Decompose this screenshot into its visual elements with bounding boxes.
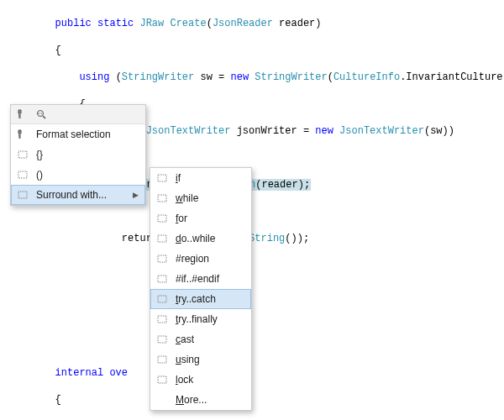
code-line: {: [7, 393, 504, 407]
code-line: {: [7, 44, 504, 57]
menu-label: for: [176, 213, 244, 224]
menu-label: lock: [176, 374, 244, 386]
svg-rect-13: [158, 316, 166, 323]
surround-icon: [16, 188, 29, 202]
menu-label: #if..#endif: [176, 273, 244, 285]
menu-label: if: [176, 172, 244, 184]
submenu-item-using[interactable]: using: [150, 349, 251, 370]
menu-label: Surround with...: [36, 189, 126, 201]
submenu-item-for[interactable]: for: [150, 208, 251, 228]
menu-item-braces[interactable]: {}: [11, 144, 145, 165]
surround-icon: [155, 272, 169, 286]
menu-item-surround[interactable]: Surround with... ▶: [11, 185, 145, 205]
surround-icon: [155, 232, 169, 245]
code-line: [7, 339, 504, 353]
surround-submenu: if while for do..while #region #if..#end…: [150, 167, 252, 411]
menu-label: try..catch: [176, 293, 244, 305]
code-line: [7, 312, 504, 326]
code-line: [7, 286, 504, 299]
surround-icon: [16, 168, 29, 181]
submenu-item-dowhile[interactable]: do..while: [150, 228, 251, 249]
surround-icon: [155, 292, 169, 306]
submenu-item-lock[interactable]: lock: [150, 370, 251, 390]
submenu-item-while[interactable]: while: [150, 188, 251, 208]
surround-icon: [155, 252, 169, 265]
menu-label: cast: [176, 333, 244, 345]
svg-rect-4: [18, 171, 27, 178]
svg-rect-16: [158, 376, 166, 383]
brush-icon: [16, 128, 29, 141]
surround-icon: [155, 212, 169, 225]
svg-rect-7: [158, 195, 166, 202]
code-line: return new JRaw(sw.ToString());: [7, 232, 504, 245]
surround-icon: [155, 333, 169, 346]
surround-icon: [155, 373, 169, 386]
code-line: public static JRaw Create(JsonReader rea…: [7, 17, 504, 30]
submenu-item-ifendif[interactable]: #if..#endif: [150, 269, 251, 289]
submenu-item-cast[interactable]: cast: [150, 329, 251, 349]
svg-rect-12: [158, 296, 166, 302]
code-line: [7, 205, 504, 218]
svg-rect-5: [18, 192, 27, 198]
submenu-item-tryfinally[interactable]: try..finally: [150, 309, 251, 329]
menu-label: do..while: [176, 233, 244, 244]
surround-icon: [155, 312, 169, 326]
code-line: [7, 259, 504, 272]
svg-rect-15: [158, 356, 166, 363]
svg-rect-8: [158, 215, 166, 222]
svg-rect-14: [158, 336, 166, 343]
submenu-item-trycatch[interactable]: try..catch: [150, 289, 251, 309]
chevron-right-icon: ▶: [133, 191, 139, 199]
svg-rect-6: [158, 175, 166, 181]
find-icon[interactable]: [34, 108, 48, 121]
submenu-item-more[interactable]: More...: [150, 390, 251, 410]
menu-label: More...: [176, 394, 244, 406]
code-line: internal ove loneToken(): [7, 366, 504, 380]
menu-item-format[interactable]: Format selection: [11, 124, 145, 144]
code-editor[interactable]: public static JRaw Create(JsonReader rea…: [0, 0, 504, 420]
context-menu: Format selection {} () Surround with... …: [10, 104, 146, 206]
surround-icon: [155, 171, 169, 185]
menu-toolbar: [11, 105, 145, 124]
submenu-item-region[interactable]: #region: [150, 249, 251, 269]
surround-icon: [16, 148, 29, 161]
svg-rect-3: [18, 151, 27, 158]
code-line: using (StringWriter sw = new StringWrite…: [7, 71, 504, 84]
svg-line-1: [43, 116, 45, 118]
menu-label: try..finally: [176, 313, 244, 325]
svg-rect-10: [158, 255, 166, 262]
brush-icon[interactable]: [16, 108, 29, 121]
surround-icon: [155, 192, 169, 205]
svg-rect-9: [158, 235, 166, 242]
menu-label: (): [36, 169, 139, 181]
surround-icon: [155, 353, 169, 366]
svg-rect-11: [158, 276, 166, 282]
menu-label: while: [176, 192, 244, 204]
menu-label: using: [176, 354, 244, 365]
menu-label: {}: [36, 149, 139, 160]
blank-icon: [155, 393, 169, 407]
menu-item-parens[interactable]: (): [11, 165, 145, 185]
submenu-item-if[interactable]: if: [150, 168, 251, 188]
menu-label: #region: [176, 253, 244, 265]
menu-label: Format selection: [36, 129, 139, 140]
